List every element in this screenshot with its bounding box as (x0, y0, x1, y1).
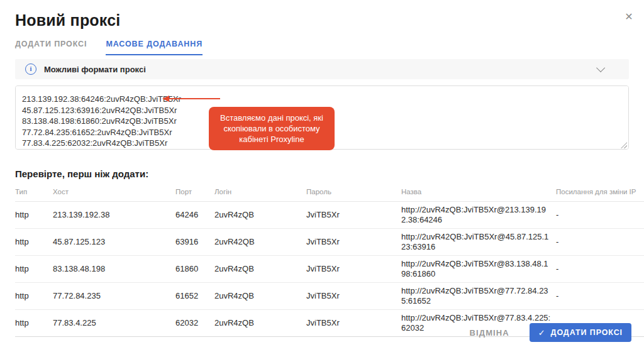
new-proxy-modal: Новий проксі ✕ ДОДАТИ ПРОКСІМАСОВЕ ДОДАВ… (0, 0, 644, 352)
table-row: http213.139.192.38642462uvR4zQBJviTB5Xrh… (15, 202, 644, 229)
table-row: http45.87.125.123639162uvR42QBJviTB5Xrht… (15, 229, 644, 256)
table-cell: http (15, 202, 53, 229)
check-heading: Перевірте, перш ніж додати: (15, 168, 629, 179)
table-row: http83.138.48.198618602uvR4zQBJviTB5Xrht… (15, 256, 644, 283)
table-cell: 2uvR42QB (214, 229, 306, 256)
column-header-4: Логін (214, 182, 306, 202)
proxy-paste-textarea[interactable]: 213.139.192.38:64246:2uvR4zQB:JviTB5Xr 4… (15, 85, 629, 150)
table-row: http77.72.84.235616522uvR4zQBJviTB5Xrhtt… (15, 283, 644, 310)
paste-area-wrapper: 213.139.192.38:64246:2uvR4zQB:JviTB5Xr 4… (15, 85, 629, 152)
table-cell: 83.138.48.198 (53, 256, 175, 283)
table-cell: 63916 (175, 229, 214, 256)
table-cell: 77.83.4.225 (53, 310, 175, 337)
table-cell: http (15, 229, 53, 256)
table-cell: 2uvR4zQB (214, 202, 306, 229)
proxy-formats-accordion[interactable]: i Можливі формати проксі (15, 59, 629, 79)
check-icon: ✓ (538, 328, 546, 338)
chevron-down-icon (596, 63, 605, 72)
table-cell: http://2uvR42QB:JviTB5Xr@45.87.125.123:6… (401, 229, 556, 256)
table-cell: - (556, 202, 644, 229)
table-cell: 61860 (175, 256, 214, 283)
table-cell: 2uvR4zQB (214, 283, 306, 310)
table-cell: http (15, 256, 53, 283)
table-cell: 64246 (175, 202, 214, 229)
table-cell: 45.87.125.123 (53, 229, 175, 256)
table-cell: JviTB5Xr (306, 283, 401, 310)
table-cell: http://2uvR4zQB:JviTB5Xr@83.138.48.198:6… (401, 256, 556, 283)
close-icon[interactable]: ✕ (621, 9, 636, 24)
table-cell: JviTB5Xr (306, 202, 401, 229)
page-title: Новий проксі (15, 11, 629, 30)
tab-bar: ДОДАТИ ПРОКСІМАСОВЕ ДОДАВАННЯ (0, 40, 644, 55)
table-cell: 2uvR4zQB (214, 256, 306, 283)
table-cell: 77.72.84.235 (53, 283, 175, 310)
table-cell: http://2uvR4zQB:JviTB5Xr@213.139.192.38:… (401, 202, 556, 229)
table-cell: JviTB5Xr (306, 310, 401, 337)
column-header-7: Посилання для зміни IP (556, 182, 644, 202)
table-cell: 2uvR4zQB (214, 310, 306, 337)
table-cell: 213.139.192.38 (53, 202, 175, 229)
tab-add-proxy[interactable]: ДОДАТИ ПРОКСІ (15, 40, 87, 55)
cancel-button[interactable]: ВІДМІНА (466, 327, 513, 338)
table-cell: http (15, 283, 53, 310)
add-proxy-button-label: ДОДАТИ ПРОКСІ (551, 328, 623, 337)
table-cell: http://2uvR4zQB:JviTB5Xr@77.72.84.235:61… (401, 283, 556, 310)
proxy-preview-table: ТипХостПортЛогінПарольНазваПосилання для… (15, 182, 644, 337)
column-header-3: Порт (175, 182, 214, 202)
add-proxy-button[interactable]: ✓ ДОДАТИ ПРОКСІ (530, 323, 631, 342)
column-header-1: Тип (15, 182, 53, 202)
column-header-5: Пароль (306, 182, 401, 202)
tab-bulk-add[interactable]: МАСОВЕ ДОДАВАННЯ (106, 40, 203, 55)
table-head: ТипХостПортЛогінПарольНазваПосилання для… (15, 182, 644, 202)
table-cell: 61652 (175, 283, 214, 310)
table-cell: - (556, 256, 644, 283)
table-cell: - (556, 283, 644, 310)
modal-footer: ВІДМІНА ✓ ДОДАТИ ПРОКСІ (466, 323, 631, 342)
modal-header: Новий проксі ✕ (0, 0, 644, 30)
table-cell: 62032 (175, 310, 214, 337)
table-cell: http (15, 310, 53, 337)
table-cell: JviTB5Xr (306, 256, 401, 283)
accordion-label: Можливі формати проксі (44, 65, 596, 74)
table-cell: JviTB5Xr (306, 229, 401, 256)
column-header-6: Назва (401, 182, 556, 202)
info-icon: i (25, 63, 36, 75)
table-cell: - (556, 229, 644, 256)
column-header-2: Хост (53, 182, 175, 202)
